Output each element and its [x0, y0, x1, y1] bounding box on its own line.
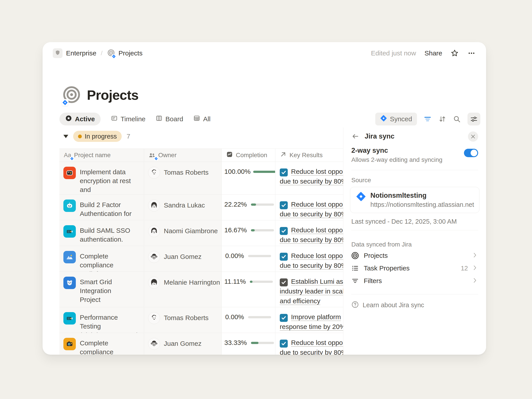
two-way-sync-toggle[interactable]: [464, 149, 478, 157]
target-icon: [351, 252, 360, 259]
key-result-checkbox[interactable]: [280, 253, 288, 261]
panel-item-task-properties[interactable]: Task Properties 12: [351, 262, 478, 274]
breadcrumb: Enterprise / Projects: [53, 48, 143, 58]
more-options-icon[interactable]: [467, 49, 476, 57]
project-name-cell[interactable]: Build 2 Factor Authentication for ENT: [59, 195, 144, 220]
back-arrow-icon[interactable]: [351, 132, 359, 140]
progress-bar: [248, 316, 271, 318]
robot-cyan-project-icon: [63, 200, 76, 212]
progress-bar-fill: [251, 342, 259, 344]
key-result-checkbox[interactable]: [280, 227, 288, 235]
app-window: Enterprise / Projects Edited just now Sh…: [43, 42, 486, 355]
completion-cell[interactable]: 0.00%: [222, 246, 275, 272]
divider: [351, 294, 478, 294]
key-result-checkbox[interactable]: [280, 340, 288, 348]
owner-cell[interactable]: Juan Gomez: [144, 333, 222, 355]
project-name-cell[interactable]: Build SAML SSO authentication.: [59, 220, 144, 246]
people-icon: [149, 152, 155, 159]
filter-icon[interactable]: [424, 115, 431, 123]
owner-cell[interactable]: Sandra Lukac: [144, 195, 222, 220]
avatar: [148, 167, 160, 179]
two-way-sync-label: 2-way sync: [351, 146, 478, 154]
breadcrumb-separator: /: [101, 50, 103, 57]
completion-value: 11.11%: [224, 277, 246, 286]
owner-cell[interactable]: Tomas Roberts: [144, 307, 222, 333]
column-header-owner[interactable]: Owner: [144, 149, 222, 162]
completion-cell[interactable]: 0.00%: [222, 307, 275, 333]
column-header-project-name[interactable]: Aa Project name: [59, 149, 144, 162]
workspace-shield-icon[interactable]: [53, 48, 63, 58]
status-badge[interactable]: In progress: [73, 131, 122, 142]
sort-icon[interactable]: [438, 115, 446, 123]
tab-board[interactable]: Board: [156, 115, 183, 123]
view-toolbar: Synced: [375, 113, 480, 126]
key-result-checkbox[interactable]: [280, 279, 288, 286]
collapse-triangle-icon[interactable]: [63, 135, 68, 138]
project-name-cell[interactable]: Complete compliance audit for ISO27001: [59, 333, 144, 355]
group-count: 7: [127, 133, 130, 140]
rollup-chart-icon: [226, 151, 233, 159]
learn-link[interactable]: Learn about Jira sync: [351, 301, 478, 309]
owner-cell[interactable]: Melanie Harrington: [144, 272, 222, 307]
page-header: Projects: [62, 86, 139, 105]
owner-cell[interactable]: Naomi Giambrone: [144, 220, 222, 246]
progress-bar: [251, 203, 274, 206]
progress-bar: [250, 281, 273, 283]
panel-item-filters[interactable]: Filters: [351, 275, 478, 287]
jira-sync-panel: Jira sync 2-way sync Allows 2-way editin…: [343, 127, 486, 355]
breadcrumb-workspace[interactable]: Enterprise: [66, 50, 96, 57]
panel-header: Jira sync: [351, 132, 478, 140]
favorite-star-icon[interactable]: [451, 49, 459, 57]
completion-cell[interactable]: 33.33%: [222, 333, 275, 355]
panel-item-projects[interactable]: Projects: [351, 249, 478, 262]
tab-all[interactable]: All: [193, 115, 210, 123]
key-result-link[interactable]: Improve platform response time by 20%: [280, 313, 346, 330]
column-header-completion[interactable]: Completion: [222, 149, 275, 162]
synced-button[interactable]: Synced: [375, 113, 417, 126]
list-icon: [351, 265, 360, 272]
progress-bar: [253, 171, 275, 173]
chevron-right-icon: [472, 277, 478, 284]
tab-timeline[interactable]: Timeline: [111, 115, 146, 123]
project-name-cell[interactable]: Implement data encryption at rest and in…: [59, 162, 144, 194]
completion-cell[interactable]: 22.22%: [222, 195, 275, 220]
key-result-checkbox[interactable]: [280, 314, 288, 322]
key-result-checkbox[interactable]: [280, 168, 288, 177]
owner-cell[interactable]: Juan Gomez: [144, 246, 222, 272]
text-property-icon: Aa: [64, 152, 71, 159]
completion-cell[interactable]: 11.11%: [222, 272, 275, 307]
completion-value: 22.22%: [224, 200, 247, 209]
breadcrumb-page[interactable]: Projects: [119, 50, 143, 57]
completion-value: 100.00%: [224, 167, 249, 176]
filter-lines-icon: [351, 277, 360, 285]
avatar: [148, 200, 160, 211]
project-name: Smart Grid Integration Project: [80, 277, 139, 307]
count-badge: 12: [461, 265, 468, 272]
source-card[interactable]: Notionsmltesting https://notionsmltestin…: [350, 187, 480, 213]
owner-cell[interactable]: Tomas Roberts: [144, 162, 222, 194]
chip-cyan-project-icon: [63, 312, 76, 324]
project-name-cell[interactable]: Complete compliance audit for SOC2: [59, 246, 144, 272]
owner-name: Melanie Harrington: [164, 279, 220, 307]
owner-name: Naomi Giambrone: [164, 227, 218, 246]
status-dot: [78, 134, 82, 138]
tab-active[interactable]: Active: [59, 113, 101, 126]
progress-bar: [251, 342, 274, 344]
close-icon[interactable]: [468, 132, 478, 142]
completion-cell[interactable]: 100.00%: [222, 162, 275, 194]
project-name-cell[interactable]: Smart Grid Integration Project: [59, 272, 144, 307]
last-synced-status: Last synced - Dec 12, 2025, 3:00 AM: [351, 218, 478, 225]
share-button[interactable]: Share: [424, 50, 442, 57]
search-icon[interactable]: [453, 115, 461, 123]
project-name-cell[interactable]: Performance Testing (Lighting SaaS app): [59, 307, 144, 333]
chip-cyan-project-icon: [63, 225, 76, 238]
page-icon[interactable]: [62, 86, 81, 105]
jira-badge-icon: [70, 157, 74, 160]
completion-cell[interactable]: 16.67%: [222, 220, 275, 246]
view-settings-icon[interactable]: [468, 113, 480, 126]
camera-amber-project-icon: [63, 338, 76, 350]
source-label: Source: [351, 177, 478, 184]
source-name: Notionsmltesting: [370, 191, 474, 200]
key-result-checkbox[interactable]: [280, 201, 288, 209]
jira-icon: [380, 115, 387, 123]
